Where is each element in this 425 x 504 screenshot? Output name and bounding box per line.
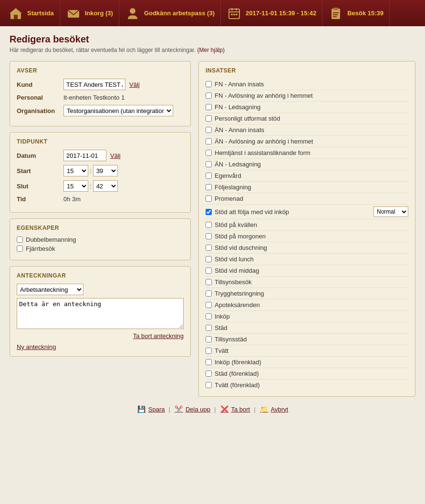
insats-label-13[interactable]: Stöd på morgonen [215,233,408,240]
insatser-row: Stöd på morgonen [206,231,408,242]
start-minute-select[interactable]: 0001020304050607080910111213141516171819… [93,165,118,176]
insats-checkbox-5[interactable] [206,138,212,144]
insats-checkbox-19[interactable] [206,302,212,308]
insats-label-2[interactable]: FN - Ledsagning [215,103,408,111]
insats-checkbox-13[interactable] [206,233,212,239]
insats-checkbox-14[interactable] [206,245,212,251]
dela-action[interactable]: ✂️ Dela upp [174,404,210,414]
anteckningar-title: Anteckningar [17,272,184,279]
insatser-row: FN - Avlösning av anhörig i hemmet [206,90,408,102]
egenskaper-title: Egenskaper [17,225,184,231]
insatser-row: Inköp (förenklad) [206,357,408,368]
nav-inkorg[interactable]: Inkorg (3) [60,0,119,26]
insats-checkbox-3[interactable] [206,115,212,122]
insats-checkbox-25[interactable] [206,370,212,377]
organisation-select[interactable]: Testorganisationen (utan integration) [63,105,173,116]
tidpunkt-panel: Tidpunkt Datum Välj Start 00010203040506… [10,132,191,213]
insats-checkbox-17[interactable] [206,279,212,285]
insats-checkbox-12[interactable] [206,222,212,228]
datum-velj-link[interactable]: Välj [110,152,121,159]
slut-hour-select[interactable]: 0001020304050607080910111213141516171819… [63,180,88,192]
insats-label-25[interactable]: Städ (förenklad) [215,370,408,377]
nav-datetime[interactable]: 2017-11-01 15:39 - 15:42 [221,0,322,26]
insats-label-24[interactable]: Inköp (förenklad) [215,359,408,366]
fjärrbesök-checkbox[interactable] [17,246,23,252]
insats-label-7[interactable]: ÄN - Ledsagning [215,161,408,168]
insats-label-0[interactable]: FN - Annan insats [215,81,408,88]
insats-label-17[interactable]: Tillsynsbesök [215,278,408,286]
insats-label-15[interactable]: Stöd vid lunch [215,256,408,263]
help-link[interactable]: (Mer hjälp) [197,47,225,53]
insats-checkbox-1[interactable] [206,93,212,99]
insats-label-16[interactable]: Stöd vid middag [215,267,408,274]
insats-label-19[interactable]: Apoteksärenden [215,301,408,309]
delete-note-link[interactable]: Ta bort anteckning [133,332,184,339]
insats-label-4[interactable]: ÄN - Annan insats [215,126,408,134]
insats-checkbox-2[interactable] [206,104,212,110]
avbryt-action[interactable]: 📁 Avbryt [259,404,289,414]
insats-checkbox-16[interactable] [206,267,212,274]
dubbelbemanning-checkbox[interactable] [17,237,23,243]
insatser-row: Städ [206,322,408,334]
insats-checkbox-20[interactable] [206,313,212,319]
insatser-row: Stöd vid lunch [206,254,408,265]
svg-rect-6 [229,11,239,12]
slut-minute-select[interactable]: 0001020304050607080910111213141516171819… [93,180,118,192]
insats-label-9[interactable]: Följeslagning [215,184,408,191]
tabort-action[interactable]: ❌ Ta bort [219,404,250,414]
kund-input[interactable] [63,79,125,90]
notes-textarea[interactable] [17,298,184,329]
insatser-panel: Insatser FN - Annan insatsFN - Avlösning… [198,61,415,397]
dela-label: Dela upp [186,406,210,413]
insats-checkbox-8[interactable] [206,173,212,179]
insats-checkbox-6[interactable] [206,150,212,156]
insats-checkbox-18[interactable] [206,290,212,297]
nav-startsida[interactable]: Startsida [2,0,60,26]
dubbelbemanning-label[interactable]: Dubbelbemanning [26,236,76,243]
insats-label-22[interactable]: Tillsynsstäd [215,336,408,343]
insats-label-14[interactable]: Stöd vid duschning [215,244,408,251]
insats-checkbox-11[interactable] [206,209,212,215]
new-note-link[interactable]: Ny anteckning [17,343,56,350]
insats-checkbox-0[interactable] [206,81,212,87]
insats-label-18[interactable]: Trygghetsringning [215,290,408,297]
tid-label: Tid [17,195,60,203]
insats-label-8[interactable]: Egenvård [215,172,408,179]
insats-label-10[interactable]: Promenad [215,195,408,202]
insats-checkbox-22[interactable] [206,336,212,342]
fjärrbesök-label[interactable]: Fjärrbesök [26,245,55,252]
insats-level-select-11[interactable]: NormalEnkelKomplex [373,206,408,217]
topbar: Startsida Inkorg (3) Godkänn arbetspass … [0,0,425,26]
insats-checkbox-9[interactable] [206,184,212,190]
nav-godkann[interactable]: Godkänn arbetspass (3) [119,0,221,26]
insats-label-26[interactable]: Tvätt (förenklad) [215,381,408,389]
insats-checkbox-26[interactable] [206,382,212,388]
page-title: Redigera besöket [10,34,415,45]
insats-label-1[interactable]: FN - Avlösning av anhörig i hemmet [215,92,408,99]
insats-label-20[interactable]: Inköp [215,313,408,320]
kund-velj-link[interactable]: Välj [129,81,140,88]
nav-besok[interactable]: Besök 15:39 [322,0,390,26]
insatser-row: Stöd att följa med vid inköpNormalEnkelK… [206,205,408,219]
datum-input[interactable] [63,150,106,161]
insats-checkbox-7[interactable] [206,161,212,167]
svg-rect-2 [14,15,18,19]
notes-type-select[interactable]: Arbetsanteckning Anteckning Rapport [17,284,83,295]
insats-checkbox-21[interactable] [206,325,212,331]
insats-label-3[interactable]: Personligt utformat stöd [215,115,408,122]
insats-checkbox-24[interactable] [206,359,212,365]
svg-rect-10 [233,14,235,15]
insats-checkbox-10[interactable] [206,195,212,202]
start-hour-select[interactable]: 0001020304050607080910111213141516171819… [63,165,88,176]
insats-label-12[interactable]: Stöd på kvällen [215,221,408,228]
insats-label-23[interactable]: Tvätt [215,347,408,354]
insats-checkbox-23[interactable] [206,348,212,354]
insats-label-11[interactable]: Stöd att följa med vid inköp [215,208,371,216]
insats-checkbox-4[interactable] [206,127,212,133]
insatser-row: Egenvård [206,170,408,182]
insats-checkbox-15[interactable] [206,256,212,262]
insats-label-6[interactable]: Hemtjänst i assistansliknande form [215,149,408,156]
insats-label-5[interactable]: ÄN - Avlösning av anhörig i hemmet [215,138,408,145]
insats-label-21[interactable]: Städ [215,324,408,331]
save-action[interactable]: 💾 Spara [137,404,165,414]
